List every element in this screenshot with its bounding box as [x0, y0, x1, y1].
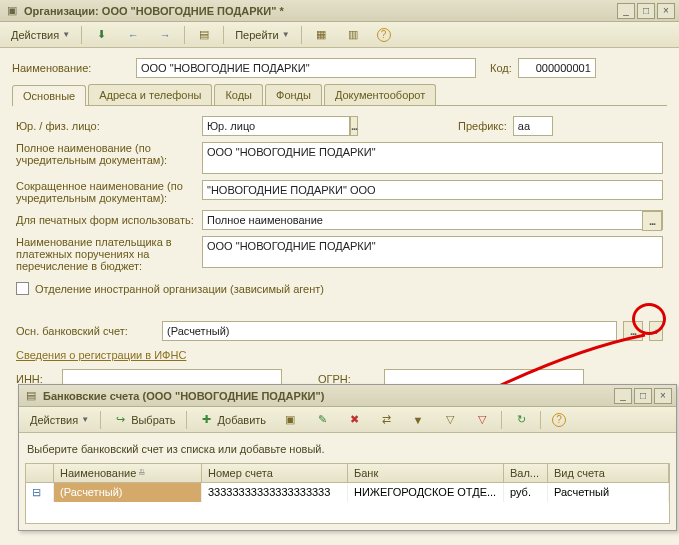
short-name-input[interactable]: "НОВОГОДНИЕ ПОДАРКИ" ООО [202, 180, 663, 200]
code-input[interactable] [518, 58, 596, 78]
tab-main[interactable]: Основные [12, 85, 86, 106]
col-name[interactable]: Наименование≞ [54, 464, 202, 482]
prefix-label: Префикс: [458, 120, 507, 132]
type-select-button[interactable]: ... [350, 116, 358, 136]
add-button[interactable]: ✚Добавить [191, 410, 273, 430]
name-input[interactable] [136, 58, 476, 78]
ifns-section: Сведения о регистрации в ИФНС [16, 349, 663, 361]
print-select-button[interactable]: ... [642, 211, 662, 231]
payer-input[interactable]: ООО "НОВОГОДНИЕ ПОДАРКИ" [202, 236, 663, 268]
close-button[interactable]: × [657, 3, 675, 19]
col-marker[interactable] [26, 464, 54, 482]
tab-docflow[interactable]: Документооборот [324, 84, 436, 105]
cell-bank: НИЖЕГОРОДСКОЕ ОТДЕ... [348, 483, 504, 502]
table-row[interactable]: ⊟ (Расчетный) 33333333333333333333 НИЖЕГ… [26, 483, 669, 502]
inner-title: Банковские счета (ООО "НОВОГОДНИЕ ПОДАРК… [43, 390, 614, 402]
copy-icon[interactable]: ▣ [275, 410, 305, 430]
move-icon[interactable]: ⇄ [371, 410, 401, 430]
edit-icon[interactable]: ✎ [307, 410, 337, 430]
cell-currency: руб. [504, 483, 548, 502]
filter1-icon[interactable]: ▼ [403, 410, 433, 430]
save-icon[interactable]: ⬇ [86, 25, 116, 45]
col-number[interactable]: Номер счета [202, 464, 348, 482]
main-toolbar: Действия▼ ⬇ ← → ▤ Перейти▼ ▦ ▥ ? [0, 22, 679, 48]
tab-funds[interactable]: Фонды [265, 84, 322, 105]
print-select[interactable]: Полное наименование ... [202, 210, 663, 230]
refresh-icon[interactable]: ↻ [506, 410, 536, 430]
type-label: Юр. / физ. лицо: [16, 120, 196, 132]
prefix-input[interactable] [513, 116, 553, 136]
filter-clear-icon[interactable]: ▽ [467, 410, 497, 430]
inner-minimize-button[interactable]: _ [614, 388, 632, 404]
print-label: Для печатных форм использовать: [16, 214, 196, 226]
inner-close-button[interactable]: × [654, 388, 672, 404]
bank-open-button[interactable]: › [649, 321, 663, 341]
col-type[interactable]: Вид счета [548, 464, 669, 482]
col-currency[interactable]: Вал... [504, 464, 548, 482]
list-icon: ▤ [23, 388, 39, 404]
main-title: Организации: ООО "НОВОГОДНИЕ ПОДАРКИ" * [24, 5, 617, 17]
type-input[interactable] [202, 116, 350, 136]
bank-label: Осн. банковский счет: [16, 325, 156, 337]
org-icon: ▣ [4, 3, 20, 19]
accounts-grid: Наименование≞ Номер счета Банк Вал... Ви… [25, 463, 670, 524]
settings-icon[interactable]: ▦ [306, 25, 336, 45]
cell-type: Расчетный [548, 483, 669, 502]
code-label: Код: [490, 62, 512, 74]
cell-number: 33333333333333333333 [202, 483, 348, 502]
tab-bar: Основные Адреса и телефоны Коды Фонды До… [12, 84, 667, 106]
help-icon[interactable]: ? [370, 25, 398, 45]
full-name-label: Полное наименование (по учредительным до… [16, 142, 196, 166]
foreign-label: Отделение иностранной организации (завис… [35, 283, 324, 295]
col-bank[interactable]: Банк [348, 464, 504, 482]
report-icon[interactable]: ▥ [338, 25, 368, 45]
short-name-label: Сокращенное наименование (по учредительн… [16, 180, 196, 204]
payer-label: Наименование плательщика в платежных пор… [16, 236, 196, 272]
maximize-button[interactable]: □ [637, 3, 655, 19]
actions-menu[interactable]: Действия▼ [4, 25, 77, 45]
cell-name: (Расчетный) [54, 483, 202, 502]
goto-menu[interactable]: Перейти▼ [228, 25, 297, 45]
list-icon[interactable]: ▤ [189, 25, 219, 45]
delete-icon[interactable]: ✖ [339, 410, 369, 430]
tab-codes[interactable]: Коды [214, 84, 263, 105]
tab-addresses[interactable]: Адреса и телефоны [88, 84, 212, 105]
back-icon[interactable]: ← [118, 25, 148, 45]
inner-actions-menu[interactable]: Действия▼ [23, 410, 96, 430]
foreign-checkbox[interactable] [16, 282, 29, 295]
inner-maximize-button[interactable]: □ [634, 388, 652, 404]
inner-help-icon[interactable]: ? [545, 410, 573, 430]
minimize-button[interactable]: _ [617, 3, 635, 19]
name-label: Наименование: [12, 62, 130, 74]
bank-select[interactable]: (Расчетный) [162, 321, 617, 341]
main-titlebar: ▣ Организации: ООО "НОВОГОДНИЕ ПОДАРКИ" … [0, 0, 679, 22]
select-button[interactable]: ↪Выбрать [105, 410, 182, 430]
full-name-input[interactable]: ООО "НОВОГОДНИЕ ПОДАРКИ" [202, 142, 663, 174]
helper-text: Выберите банковский счет из списка или д… [25, 439, 670, 463]
forward-icon[interactable]: → [150, 25, 180, 45]
bank-select-button[interactable]: ... [623, 321, 643, 341]
filter2-icon[interactable]: ▽ [435, 410, 465, 430]
bank-accounts-window: ▤ Банковские счета (ООО "НОВОГОДНИЕ ПОДА… [18, 384, 677, 531]
